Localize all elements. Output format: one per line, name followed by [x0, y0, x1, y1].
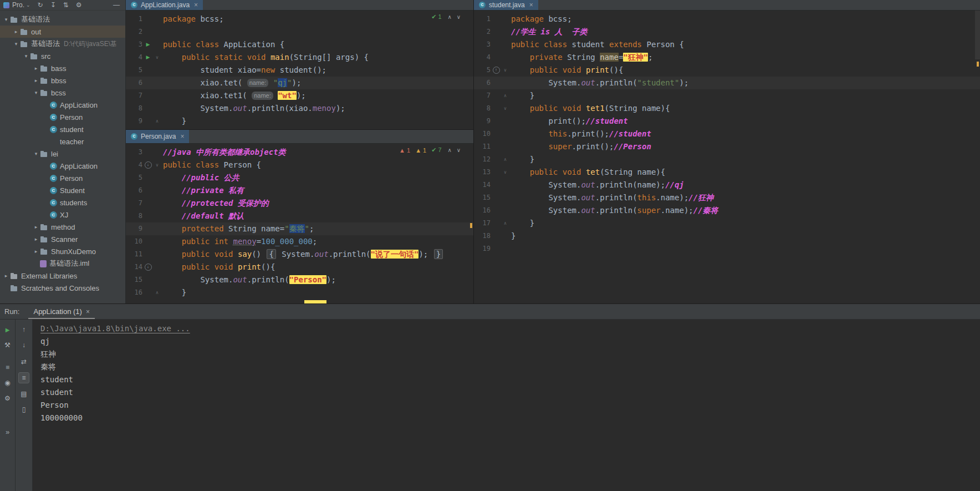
chevron-icon[interactable]: ▸ [32, 249, 40, 254]
close-icon[interactable]: × [180, 133, 184, 140]
code-line[interactable]: 6 System.out.println("student"); [474, 77, 980, 89]
code-line[interactable]: 17∧ } [474, 217, 980, 230]
chevron-icon[interactable]: ▾ [12, 41, 20, 47]
tree-item-project-dir[interactable]: ▾基础语法D:\代码\javaSE\基 [0, 38, 125, 50]
code-line[interactable]: 10 public int menoy=100_000_000; [126, 235, 473, 248]
project-widget[interactable]: Pro. [12, 1, 24, 9]
fold-icon[interactable]: ∨ [502, 166, 509, 179]
code-line[interactable]: 10 this.print();//student [474, 128, 980, 140]
code-line[interactable]: 8 //default 默认 [126, 210, 473, 222]
chevron-icon[interactable]: ▾ [32, 151, 40, 156]
code-line[interactable]: 14↓ public void print(){ [126, 261, 473, 274]
tree-item-bcss-student[interactable]: Cstudent [0, 123, 125, 135]
fold-icon[interactable]: ∧ [154, 286, 161, 299]
code-line[interactable]: 6 //private 私有 [126, 184, 473, 197]
code-line[interactable]: 19 [474, 242, 980, 255]
rerun-icon[interactable]: ▶ [3, 325, 13, 335]
scrollbar-mark[interactable] [470, 223, 472, 228]
tree-item-bcss-person[interactable]: CPerson [0, 111, 125, 123]
code-line[interactable]: 4↓∨public class Person { [126, 159, 473, 171]
tab-person-java[interactable]: C Person.java × [126, 130, 189, 143]
tree-item-scratches[interactable]: Scratches and Consoles [0, 282, 125, 294]
tree-item-root[interactable]: ▾基础语法 [0, 13, 125, 26]
inspection-ok[interactable]: ✔ 1 [431, 13, 441, 21]
tree-item-bcss-applcation[interactable]: CAppLication [0, 99, 125, 111]
fold-icon[interactable]: ∧ [154, 115, 161, 128]
code-line[interactable]: 7∧ } [474, 89, 980, 102]
close-icon[interactable]: × [529, 1, 533, 9]
restart-icon[interactable]: ⇄ [19, 357, 29, 367]
code-line[interactable]: 9∧ } [126, 115, 473, 128]
scrollbar-mark[interactable] [977, 62, 979, 67]
chevron-icon[interactable]: ▾ [2, 17, 10, 22]
tree-item-lei-students[interactable]: Cstudents [0, 196, 125, 209]
sync-icon[interactable]: ↻ [38, 1, 43, 9]
print-icon[interactable]: ▤ [19, 389, 29, 399]
code-line[interactable]: 8 System.out.println(xiao.menoy); [126, 102, 473, 115]
tree-item-src[interactable]: ▾src [0, 50, 125, 62]
code-line[interactable]: 5↑∨ public void print(){ [474, 64, 980, 77]
inspection-ok[interactable]: ✔ 7 [431, 146, 441, 154]
close-icon[interactable]: × [194, 1, 198, 9]
tree-item-bcss-teacher[interactable]: teacher [0, 135, 125, 148]
chevron-icon[interactable]: ▸ [12, 29, 20, 34]
tree-item-lei[interactable]: ▾lei [0, 148, 125, 160]
tree-item-bass[interactable]: ▸bass [0, 62, 125, 74]
fold-icon[interactable]: ∨ [154, 159, 161, 171]
console-line[interactable]: D:\Java\java1.8\bin\java.exe ... [40, 322, 980, 335]
chevron-icon[interactable]: ▸ [32, 224, 40, 230]
override-icon[interactable]: ↓ [142, 261, 154, 274]
inspection-nav-arrows[interactable]: ∧ ∨ [448, 147, 462, 153]
inspection-warn[interactable]: ▲ 1 [415, 147, 426, 154]
code-area-applcation[interactable]: ✔ 1∧ ∨ 1package bcss;23▶public class App… [126, 11, 473, 129]
settings-icon[interactable]: ⚙ [76, 1, 82, 9]
code-line[interactable]: 5 //public 公共 [126, 171, 473, 184]
fold-icon[interactable]: ∧ [502, 217, 509, 230]
chevron-icon[interactable]: ▸ [32, 65, 40, 71]
code-line[interactable]: 14 System.out.println(name);//qj [474, 179, 980, 191]
code-line[interactable]: 6 xiao.tet( name: "qj"); [126, 77, 473, 89]
chevron-icon[interactable]: ▸ [32, 78, 40, 83]
code-line[interactable]: 11 super.print();//Person [474, 140, 980, 153]
code-line[interactable]: 1package bcss; [126, 13, 473, 26]
scrollbar-thumb[interactable] [975, 11, 980, 59]
code-line[interactable]: 4▶∨ public static void main(String[] arg… [126, 51, 473, 64]
fold-icon[interactable]: ∧ [502, 89, 509, 102]
wrench-icon[interactable]: ⚒ [3, 340, 13, 350]
tree-item-shunxudemo[interactable]: ▸ShunXuDemo [0, 245, 125, 257]
tab-applcation-java[interactable]: C AppLication.java × [126, 0, 203, 10]
code-line[interactable]: 4 private String name="狂神"; [474, 51, 980, 64]
tree-item-bcss[interactable]: ▾bcss [0, 87, 125, 99]
run-tab-applcation[interactable]: AppLication (1) × [28, 304, 94, 319]
code-line[interactable]: 13∨ public void tet(String name){ [474, 166, 980, 179]
code-line[interactable]: 18} [474, 230, 980, 242]
code-line[interactable]: 9 print();//student [474, 115, 980, 128]
code-line[interactable]: 7 //protected 受保护的 [126, 197, 473, 210]
download-icon[interactable]: ↧ [50, 1, 56, 9]
override-icon[interactable]: ↓ [142, 159, 154, 171]
expand-icon[interactable]: » [3, 427, 13, 437]
code-line[interactable]: 15 System.out.println(this.name);//狂神 [474, 191, 980, 204]
chevron-icon[interactable]: ▸ [2, 273, 10, 279]
code-line[interactable]: 8∨ public void tet1(String name){ [474, 102, 980, 115]
run-icon[interactable]: ▶ [142, 51, 154, 64]
tree-item-lei-xj[interactable]: CXJ [0, 209, 125, 221]
fold-icon[interactable]: ∨ [502, 102, 509, 115]
code-line[interactable]: 3public class student extends Person { [474, 38, 980, 51]
console-output[interactable]: D:\Java\java1.8\bin\java.exe ...qj狂神秦将st… [33, 320, 980, 491]
code-area-student[interactable]: 1package bcss;2//学生 is 人 子类3public class… [474, 11, 980, 303]
stop-icon[interactable]: ■ [3, 362, 13, 372]
tree-item-out[interactable]: ▸out [0, 26, 125, 38]
up-arrow-icon[interactable]: ↑ [19, 325, 29, 335]
fold-icon[interactable]: ∨ [502, 64, 509, 77]
fold-icon[interactable]: ∨ [154, 51, 161, 64]
code-line[interactable]: 1package bcss; [474, 13, 980, 26]
down-arrow-icon[interactable]: ↓ [19, 340, 29, 350]
tree-item-scanner[interactable]: ▸Scanner [0, 233, 125, 245]
code-line[interactable]: 12∧ } [474, 153, 980, 166]
close-icon[interactable]: × [86, 308, 90, 316]
code-line[interactable]: 9 protected String name="秦将"; [126, 222, 473, 235]
tree-item-method[interactable]: ▸method [0, 221, 125, 233]
tree-item-lei-person[interactable]: CPerson [0, 172, 125, 184]
tab-student-java[interactable]: C student.java × [474, 0, 538, 10]
